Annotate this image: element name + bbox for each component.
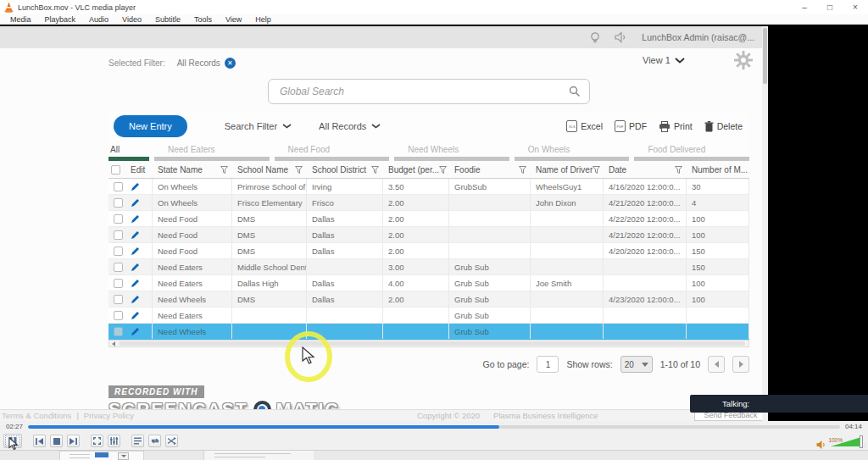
- next-button[interactable]: [67, 435, 80, 447]
- row-checkbox[interactable]: [114, 295, 123, 304]
- edit-pencil-icon[interactable]: [131, 279, 140, 288]
- export-pdf-button[interactable]: PDF PDF: [615, 120, 647, 132]
- menu-item[interactable]: Help: [248, 15, 278, 24]
- select-all-checkbox-cell[interactable]: [108, 161, 125, 178]
- column-header-state-name[interactable]: State Name: [153, 161, 232, 178]
- rows-per-page-select[interactable]: 20: [620, 356, 653, 373]
- row-checkbox[interactable]: [114, 247, 123, 256]
- table-row[interactable]: Need Food DMS Dallas 2.00 4/21/2020 12:0…: [108, 227, 749, 243]
- filter-funnel-icon[interactable]: [593, 166, 600, 174]
- edit-pencil-icon[interactable]: [131, 295, 140, 304]
- account-label[interactable]: LunchBox Admin (raisac@...: [642, 32, 754, 42]
- table-row[interactable]: Need Eaters Grub Sub: [108, 308, 749, 324]
- row-checkbox[interactable]: [114, 311, 123, 320]
- edit-pencil-icon[interactable]: [131, 311, 140, 320]
- select-all-checkbox[interactable]: [111, 165, 120, 175]
- global-search-input[interactable]: [280, 86, 569, 97]
- previous-page-button[interactable]: [708, 356, 725, 373]
- edit-pencil-icon[interactable]: [131, 182, 140, 191]
- scroll-left-arrow-icon[interactable]: [112, 341, 115, 346]
- delete-button[interactable]: Delete: [704, 121, 743, 132]
- edit-pencil-icon[interactable]: [131, 263, 140, 272]
- table-row[interactable]: Need Wheels Grub Sub: [108, 324, 749, 340]
- resize-grip[interactable]: .:: [862, 441, 867, 449]
- chip-close-icon[interactable]: ✕: [225, 58, 236, 69]
- all-records-chip[interactable]: All Records ✕: [177, 58, 236, 69]
- privacy-link[interactable]: Privacy Policy: [84, 411, 134, 420]
- menu-item[interactable]: Subtitle: [148, 15, 187, 24]
- vertical-scrollbar-thumb[interactable]: [763, 28, 767, 84]
- new-entry-button[interactable]: New Entry: [114, 115, 187, 137]
- column-header-date[interactable]: Date: [604, 161, 687, 178]
- column-header-school-name[interactable]: School Name: [232, 161, 307, 178]
- horizontal-scrollbar-thumb[interactable]: [119, 341, 745, 346]
- next-page-button[interactable]: [732, 356, 749, 373]
- speaker-icon[interactable]: [615, 31, 628, 43]
- menu-item[interactable]: Video: [115, 15, 148, 24]
- menu-item[interactable]: Media: [3, 15, 38, 24]
- playlist-button[interactable]: [131, 435, 144, 447]
- column-header-number-of-meals[interactable]: Number of M...: [687, 161, 749, 178]
- stop-button[interactable]: [50, 435, 63, 447]
- row-checkbox[interactable]: [114, 214, 123, 224]
- minimize-button[interactable]: –: [792, 1, 817, 14]
- menu-item[interactable]: View: [219, 15, 248, 24]
- view-selector[interactable]: View 1: [643, 55, 685, 65]
- status-tab[interactable]: On Wheels: [515, 145, 630, 161]
- column-header-name-of-driver[interactable]: Name of Driver: [531, 161, 604, 178]
- edit-pencil-icon[interactable]: [131, 198, 140, 208]
- settings-gear-icon[interactable]: [734, 51, 753, 69]
- records-dropdown[interactable]: All Records: [319, 121, 381, 131]
- status-tab[interactable]: Need Food: [275, 145, 390, 161]
- lightbulb-icon[interactable]: [589, 31, 601, 44]
- maximize-button[interactable]: □: [817, 1, 843, 14]
- table-row[interactable]: Need Eaters Middle School Dent... 3.00 G…: [108, 259, 749, 275]
- previous-button[interactable]: [33, 435, 46, 447]
- table-row[interactable]: Need Food DMS Dallas 2.00 4/22/2020 12:0…: [108, 211, 749, 227]
- table-row[interactable]: Need Food DMS Dallas 2.00 4/20/2020 12:0…: [108, 243, 749, 259]
- menu-item[interactable]: Playback: [38, 15, 83, 24]
- column-header-school-district[interactable]: School District: [307, 161, 383, 178]
- volume-speaker-icon[interactable]: [816, 440, 826, 450]
- filter-funnel-icon[interactable]: [519, 166, 526, 174]
- search-filter-dropdown[interactable]: Search Filter: [225, 121, 292, 131]
- table-row[interactable]: On Wheels Frisco Elementary Frisco 2.00 …: [108, 195, 749, 211]
- row-checkbox[interactable]: [114, 327, 123, 336]
- row-checkbox[interactable]: [114, 182, 123, 191]
- filter-funnel-icon[interactable]: [439, 166, 447, 174]
- status-tab[interactable]: All: [108, 145, 149, 161]
- status-tab[interactable]: Need Eaters: [154, 145, 270, 161]
- volume-slider[interactable]: 100%: [831, 437, 861, 446]
- row-checkbox[interactable]: [114, 198, 123, 208]
- filter-funnel-icon[interactable]: [220, 166, 228, 174]
- global-search-box[interactable]: [268, 79, 590, 104]
- row-checkbox[interactable]: [114, 230, 123, 240]
- fullscreen-button[interactable]: [91, 435, 103, 447]
- close-button[interactable]: ×: [843, 1, 868, 14]
- row-checkbox[interactable]: [114, 263, 123, 272]
- print-button[interactable]: Print: [659, 121, 693, 132]
- status-tab[interactable]: Need Wheels: [394, 145, 509, 161]
- edit-pencil-icon[interactable]: [131, 247, 140, 256]
- random-button[interactable]: [165, 435, 178, 447]
- seek-bar[interactable]: [28, 425, 840, 429]
- status-tab[interactable]: Food Delivered: [634, 145, 749, 161]
- edit-pencil-icon[interactable]: [131, 327, 140, 336]
- table-row[interactable]: Need Wheels DMS Dallas 2.00 Grub Sub 4/2…: [108, 291, 749, 308]
- menu-item[interactable]: Audio: [82, 15, 115, 24]
- filter-funnel-icon[interactable]: [371, 166, 379, 174]
- horizontal-scrollbar[interactable]: [108, 340, 749, 347]
- filter-funnel-icon[interactable]: [295, 166, 303, 174]
- column-header-foodie[interactable]: Foodie: [449, 161, 531, 178]
- menu-item[interactable]: Tools: [187, 15, 219, 24]
- vertical-scrollbar[interactable]: [762, 26, 768, 421]
- filter-funnel-icon[interactable]: [675, 166, 682, 174]
- row-checkbox[interactable]: [114, 279, 123, 288]
- extended-settings-button[interactable]: [108, 435, 120, 447]
- table-row[interactable]: Need Eaters Dallas High Dallas 4.00 Grub…: [108, 275, 749, 291]
- loop-button[interactable]: [148, 435, 161, 447]
- column-header-budget[interactable]: Budget (per...: [383, 161, 449, 178]
- table-row[interactable]: On Wheels Primrose School of ... Irving …: [108, 179, 749, 195]
- terms-link[interactable]: Terms & Conditions: [2, 411, 71, 420]
- export-excel-button[interactable]: XLS Excel: [566, 120, 603, 132]
